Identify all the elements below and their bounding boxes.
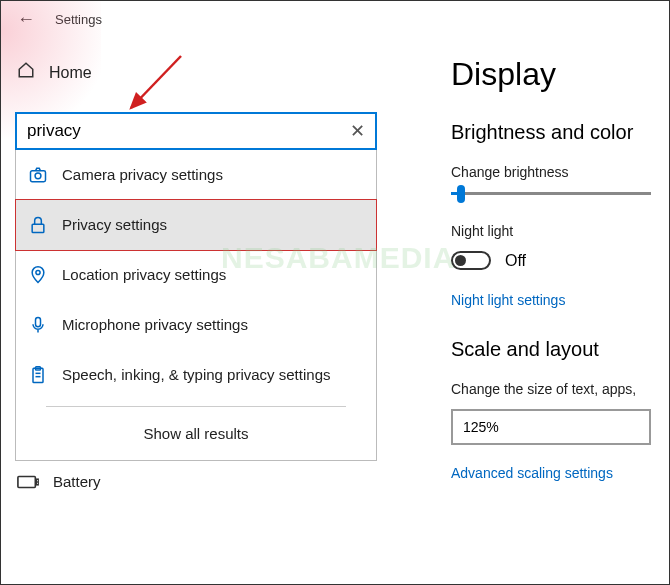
night-light-label: Night light — [451, 223, 670, 239]
camera-icon — [28, 165, 48, 185]
suggestion-microphone[interactable]: Microphone privacy settings — [16, 300, 376, 350]
brightness-slider[interactable] — [451, 192, 651, 195]
section-scale: Scale and layout — [451, 338, 670, 361]
advanced-scaling-link[interactable]: Advanced scaling settings — [451, 465, 670, 481]
svg-point-4 — [36, 270, 40, 274]
suggestion-speech-inking[interactable]: Speech, inking, & typing privacy setting… — [16, 350, 376, 400]
clipboard-icon — [28, 365, 48, 385]
search-input[interactable] — [27, 114, 350, 148]
home-icon — [17, 61, 35, 84]
suggestion-label: Privacy settings — [62, 215, 167, 235]
svg-rect-10 — [18, 476, 35, 487]
home-label: Home — [49, 64, 92, 82]
suggestion-label: Microphone privacy settings — [62, 315, 248, 335]
scale-label: Change the size of text, apps, — [451, 381, 670, 397]
microphone-icon — [28, 315, 48, 335]
suggestion-location[interactable]: Location privacy settings — [16, 250, 376, 300]
search-box[interactable]: ✕ — [15, 112, 377, 150]
night-light-toggle[interactable] — [451, 251, 491, 270]
svg-rect-11 — [36, 479, 38, 485]
night-light-settings-link[interactable]: Night light settings — [451, 292, 670, 308]
battery-label: Battery — [53, 473, 101, 490]
suggestion-camera[interactable]: Camera privacy settings — [16, 150, 376, 200]
slider-thumb[interactable] — [457, 185, 465, 203]
window-title: Settings — [55, 12, 102, 27]
search-suggestions: Camera privacy settings Privacy settings… — [15, 150, 377, 461]
svg-rect-5 — [36, 318, 41, 327]
night-light-state: Off — [505, 252, 526, 270]
svg-rect-3 — [32, 224, 44, 232]
suggestion-label: Speech, inking, & typing privacy setting… — [62, 365, 330, 385]
svg-point-2 — [35, 173, 41, 179]
show-all-results[interactable]: Show all results — [16, 407, 376, 460]
home-nav[interactable]: Home — [15, 41, 377, 112]
battery-icon — [17, 475, 39, 489]
section-brightness: Brightness and color — [451, 121, 670, 144]
location-icon — [28, 265, 48, 285]
brightness-label: Change brightness — [451, 164, 670, 180]
suggestion-privacy[interactable]: Privacy settings — [16, 200, 376, 250]
suggestion-label: Camera privacy settings — [62, 165, 223, 185]
scale-dropdown[interactable]: 125% — [451, 409, 651, 445]
lock-icon — [28, 215, 48, 235]
battery-nav[interactable]: Battery — [15, 461, 377, 502]
page-heading: Display — [451, 56, 670, 93]
suggestion-label: Location privacy settings — [62, 265, 226, 285]
back-arrow-icon[interactable]: ← — [17, 9, 35, 30]
clear-icon[interactable]: ✕ — [350, 120, 365, 142]
